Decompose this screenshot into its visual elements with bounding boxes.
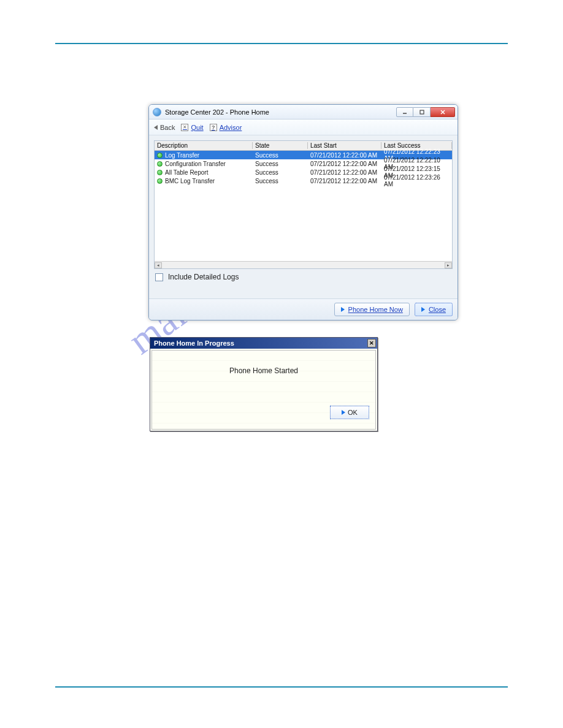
progress-titlebar[interactable]: Phone Home In Progress ✕: [150, 338, 377, 349]
status-dot-icon: [157, 170, 163, 175]
row-state: Success: [253, 152, 308, 159]
row-last-start: 07/21/2012 12:22:00 AM: [308, 161, 381, 167]
row-desc: Configuration Transfer: [165, 161, 226, 167]
row-state: Success: [253, 169, 308, 176]
ok-button[interactable]: OK: [330, 406, 369, 419]
close-button[interactable]: [431, 107, 455, 117]
svg-rect-1: [420, 110, 424, 114]
include-detailed-logs-label: Include Detailed Logs: [168, 273, 239, 281]
back-label: Back: [160, 124, 175, 131]
scroll-track[interactable]: [162, 262, 445, 268]
table-row[interactable]: BMC Log TransferSuccess07/21/2012 12:22:…: [155, 176, 452, 185]
titlebar[interactable]: Storage Center 202 - Phone Home: [149, 105, 458, 119]
close-dialog-label: Close: [429, 306, 446, 313]
window-title: Storage Center 202 - Phone Home: [165, 108, 269, 116]
button-bar: Phone Home Now Close: [149, 298, 458, 320]
bottom-rule: [55, 686, 508, 688]
x-icon: ✕: [181, 124, 188, 131]
arrow-right-icon: [342, 410, 345, 415]
row-desc: Log Transfer: [165, 152, 199, 159]
phone-home-now-label: Phone Home Now: [348, 306, 403, 313]
quit-label: Quit: [191, 124, 203, 131]
progress-message: Phone Home Started: [152, 366, 375, 375]
maximize-button[interactable]: [413, 107, 431, 117]
progress-title: Phone Home In Progress: [154, 339, 234, 347]
horizontal-scrollbar[interactable]: ◂ ▸: [155, 261, 452, 268]
progress-close-button[interactable]: ✕: [367, 339, 376, 347]
close-dialog-button[interactable]: Close: [415, 303, 453, 316]
phone-home-dialog: Storage Center 202 - Phone Home Back ✕ Q…: [148, 104, 458, 320]
app-icon: [153, 108, 161, 116]
row-last-start: 07/21/2012 12:22:00 AM: [308, 178, 381, 184]
back-button[interactable]: Back: [154, 124, 175, 131]
advisor-link[interactable]: ? Advisor: [210, 124, 242, 131]
arrow-right-icon: [341, 307, 345, 312]
scroll-right-button[interactable]: ▸: [445, 262, 452, 268]
top-rule: [55, 43, 508, 44]
status-dot-icon: [157, 178, 163, 184]
col-last-start[interactable]: Last Start: [308, 142, 381, 149]
col-description[interactable]: Description: [155, 142, 253, 149]
col-state[interactable]: State: [253, 142, 308, 149]
scroll-left-button[interactable]: ◂: [155, 262, 162, 268]
question-icon: ?: [210, 124, 217, 131]
quit-link[interactable]: ✕ Quit: [181, 124, 203, 131]
row-last-success: 07/21/2012 12:23:26 AM: [381, 174, 452, 188]
row-state: Success: [253, 178, 308, 184]
minimize-button[interactable]: [396, 107, 413, 117]
arrow-left-icon: [154, 125, 158, 130]
transfer-table[interactable]: Description State Last Start Last Succes…: [154, 140, 453, 269]
arrow-right-icon: [421, 307, 425, 312]
row-state: Success: [253, 161, 308, 167]
phone-home-now-button[interactable]: Phone Home Now: [334, 303, 410, 316]
toolbar: Back ✕ Quit ? Advisor: [149, 119, 458, 135]
row-last-start: 07/21/2012 12:22:00 AM: [308, 169, 381, 176]
status-dot-icon: [157, 153, 163, 158]
row-desc: BMC Log Transfer: [165, 178, 215, 184]
include-detailed-logs-checkbox[interactable]: [155, 273, 163, 281]
ok-label: OK: [348, 409, 358, 416]
row-desc: All Table Report: [165, 169, 208, 176]
progress-dialog: Phone Home In Progress ✕ Phone Home Star…: [150, 337, 378, 431]
advisor-label: Advisor: [220, 124, 242, 131]
status-dot-icon: [157, 161, 163, 167]
row-last-start: 07/21/2012 12:22:00 AM: [308, 152, 381, 159]
